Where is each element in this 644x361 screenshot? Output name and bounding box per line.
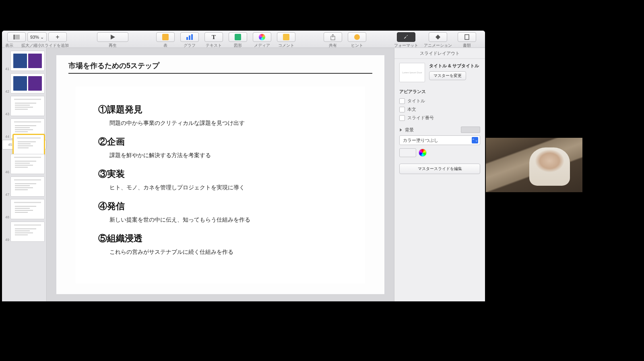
step-item: ③実装ヒト、モノ、カネを管理しプロジェクトを実現に導く xyxy=(98,168,343,191)
toolbar: 93% ⌄ + 表示 拡大／縮小 スライドを追加 再生 表 グラフ Tテキスト … xyxy=(2,31,485,48)
hint-button[interactable] xyxy=(348,32,366,42)
view-icon xyxy=(13,35,20,39)
step-heading: ②企画 xyxy=(98,136,343,148)
share-button[interactable] xyxy=(324,32,342,42)
format-inspector: スライドレイアウト Lorem Ipsum Door タイトル & サブタイトル… xyxy=(394,48,485,301)
media-button[interactable] xyxy=(253,32,271,42)
media-icon xyxy=(259,34,265,40)
slide-thumbnail[interactable]: 42 xyxy=(2,72,46,95)
diamond-icon xyxy=(435,34,441,40)
keynote-window: 93% ⌄ + 表示 拡大／縮小 スライドを追加 再生 表 グラフ Tテキスト … xyxy=(2,31,485,301)
slide-title: 市場を作るための5ステップ xyxy=(68,61,159,71)
svg-rect-5 xyxy=(191,34,193,40)
slide-thumbnail[interactable]: 49 xyxy=(2,220,46,243)
edit-master-button[interactable]: マスタースライドを編集 xyxy=(399,164,480,174)
disclosure-triangle-icon xyxy=(400,128,402,131)
svg-rect-3 xyxy=(186,37,188,40)
bg-swatch[interactable] xyxy=(461,127,480,133)
doc-icon xyxy=(464,34,470,40)
slide-thumbnail[interactable]: 46 xyxy=(2,153,46,175)
step-desc: これらの営みがサステナブルに続く仕組みを作る xyxy=(98,249,343,256)
view-label: 表示 xyxy=(5,43,20,48)
slide-thumbnail[interactable]: 45 xyxy=(2,140,46,149)
hint-icon xyxy=(354,34,360,40)
layout-thumbnail[interactable]: Lorem Ipsum Door xyxy=(399,63,425,82)
svg-rect-0 xyxy=(13,35,15,39)
step-heading: ④発信 xyxy=(98,200,343,212)
color-well[interactable] xyxy=(399,148,416,157)
step-heading: ①課題発見 xyxy=(98,104,343,116)
slide-thumbnail[interactable]: 48 xyxy=(2,198,46,220)
background-section[interactable]: 背景 xyxy=(399,127,480,133)
step-item: ①課題発見問題の中から事業のクリティカルな課題を見つけ出す xyxy=(98,104,343,127)
svg-marker-2 xyxy=(111,35,115,39)
slide-canvas[interactable]: 市場を作るための5ステップ ①課題発見問題の中から事業のクリティカルな課題を見つ… xyxy=(47,48,394,301)
table-button[interactable] xyxy=(156,32,175,42)
play-button[interactable] xyxy=(97,32,128,42)
zoom-label: 拡大／縮小 xyxy=(21,43,39,48)
webcam-overlay xyxy=(486,138,582,192)
slide-thumbnail[interactable]: 47 xyxy=(2,175,46,198)
inspector-heading: スライドレイアウト xyxy=(394,48,485,59)
step-desc: 新しい提案を世の中に伝え、知ってもらう仕組みを作る xyxy=(98,216,343,224)
shape-button[interactable] xyxy=(229,32,247,42)
table-icon xyxy=(162,34,169,40)
step-heading: ③実装 xyxy=(98,168,343,180)
current-slide: 市場を作るための5ステップ ①課題発見問題の中から事業のクリティカルな課題を見つ… xyxy=(56,55,384,294)
play-icon xyxy=(110,34,116,40)
step-item: ②企画課題を鮮やかに解決する方法を考案する xyxy=(98,136,343,159)
comment-icon xyxy=(283,34,289,40)
text-button[interactable]: T xyxy=(204,32,223,42)
dropdown-icon: ⌃⌄ xyxy=(472,137,478,143)
slide-thumbnail[interactable]: 43 xyxy=(2,95,46,117)
checkbox-slide-number[interactable]: スライド番号 xyxy=(399,115,480,121)
checkbox-title[interactable]: タイトル xyxy=(399,98,480,104)
step-desc: 課題を鮮やかに解決する方法を考案する xyxy=(98,152,343,159)
animation-button[interactable] xyxy=(429,32,447,42)
add-slide-button[interactable]: + xyxy=(48,32,67,42)
view-group: 93% ⌄ + 表示 拡大／縮小 スライドを追加 xyxy=(5,32,69,48)
document-button[interactable] xyxy=(458,32,476,42)
change-master-button[interactable]: マスターを変更 xyxy=(429,71,466,80)
step-desc: ヒト、モノ、カネを管理しプロジェクトを実現に導く xyxy=(98,184,343,191)
zoom-button[interactable]: 93% ⌄ xyxy=(27,32,47,42)
step-item: ⑤組織浸透これらの営みがサステナブルに続く仕組みを作る xyxy=(98,232,343,256)
step-heading: ⑤組織浸透 xyxy=(98,232,343,245)
add-label: スライドを追加 xyxy=(41,43,69,48)
slide-thumbnail[interactable]: 41 xyxy=(2,50,46,72)
svg-rect-8 xyxy=(465,35,469,39)
svg-rect-1 xyxy=(16,35,20,39)
view-button[interactable] xyxy=(7,32,26,42)
step-item: ④発信新しい提案を世の中に伝え、知ってもらう仕組みを作る xyxy=(98,200,343,224)
chart-button[interactable] xyxy=(180,32,199,42)
checkbox-body[interactable]: 本文 xyxy=(399,106,480,112)
title-underline xyxy=(68,73,372,74)
svg-rect-4 xyxy=(189,35,190,40)
brush-icon xyxy=(403,34,409,40)
layout-name: タイトル & サブタイトル xyxy=(429,63,480,69)
color-wheel-icon[interactable] xyxy=(419,149,427,157)
svg-marker-7 xyxy=(436,35,440,39)
comment-button[interactable] xyxy=(277,32,295,42)
shape-icon xyxy=(235,34,241,40)
appearance-section: アピアランス xyxy=(399,89,480,95)
slide-navigator[interactable]: 414243444546474849 xyxy=(2,48,47,301)
format-button[interactable] xyxy=(397,32,415,42)
chart-icon xyxy=(186,34,193,40)
fill-select[interactable]: カラー塗りつぶし⌃⌄ xyxy=(399,135,480,145)
step-desc: 問題の中から事業のクリティカルな課題を見つけ出す xyxy=(98,120,343,127)
slide-body: ①課題発見問題の中から事業のクリティカルな課題を見つけ出す②企画課題を鮮やかに解… xyxy=(76,87,365,284)
share-icon xyxy=(330,34,336,40)
